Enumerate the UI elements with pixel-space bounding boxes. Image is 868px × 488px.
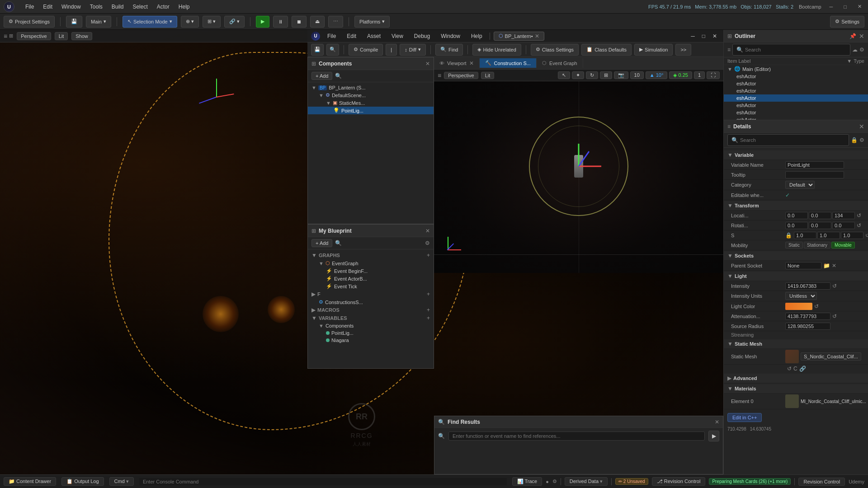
mybp-search-btn[interactable]: 🔍 bbox=[335, 240, 342, 246]
category-select[interactable]: Default bbox=[785, 181, 815, 189]
mybp-settings-btn[interactable]: ⚙ bbox=[425, 240, 430, 246]
inner-angle-val[interactable]: ▲ 10° bbox=[646, 71, 668, 79]
scale-y-input[interactable] bbox=[817, 232, 840, 239]
menu-edit[interactable]: Edit bbox=[39, 2, 56, 12]
reset-scale-icon[interactable]: ↺ bbox=[865, 232, 868, 239]
inner-units-val[interactable]: 1 bbox=[694, 71, 705, 79]
loc-z-input[interactable] bbox=[832, 212, 855, 219]
bp-save-btn[interactable]: 💾 bbox=[311, 44, 324, 56]
bp-close-btn[interactable]: ✕ bbox=[710, 33, 720, 39]
mybp-var-components[interactable]: ▼ Components bbox=[308, 322, 434, 329]
section-variable-header[interactable]: ▼ Variable bbox=[724, 150, 868, 160]
socket-browse-icon[interactable]: 📁 bbox=[823, 263, 830, 269]
var-name-input[interactable] bbox=[785, 161, 844, 169]
mybp-event-begin[interactable]: ⚡ Event BeginF... bbox=[308, 267, 434, 275]
platforms-btn[interactable]: Platforms ▾ bbox=[354, 16, 390, 28]
transform-btn[interactable]: ⊕ ▾ bbox=[181, 16, 199, 28]
editable-checkbox[interactable]: ✓ bbox=[785, 192, 790, 198]
rot-y-input[interactable] bbox=[809, 222, 831, 229]
derived-data-btn[interactable]: Derived Data ▾ bbox=[565, 477, 608, 486]
revision-control-btn[interactable]: ⎇ Revision Control bbox=[652, 477, 706, 486]
outliner-search-input[interactable] bbox=[745, 47, 846, 52]
inner-grid-val[interactable]: 10 bbox=[630, 71, 644, 79]
inner-lit-btn[interactable]: Lit bbox=[481, 72, 495, 79]
lock-scale-icon[interactable]: 🔒 bbox=[785, 232, 792, 239]
macros-add-icon[interactable]: + bbox=[427, 307, 430, 313]
mybp-graphs-section[interactable]: ▼ GRAPHS + bbox=[308, 251, 434, 259]
selection-mode-btn[interactable]: ↖ Selection Mode ▾ bbox=[123, 16, 177, 28]
outliner-search[interactable]: 🔍 bbox=[732, 44, 850, 56]
tab-construction-s[interactable]: 🔨 Construction S... bbox=[480, 58, 537, 68]
reset-rotation-icon[interactable]: ↺ bbox=[857, 222, 861, 229]
inner-camera-icon[interactable]: 📷 bbox=[614, 71, 628, 79]
settings-right-btn[interactable]: ⚙ Settings bbox=[830, 16, 864, 28]
mat-name[interactable]: MI_Nordic_Coastal_Cliff_ulmic... bbox=[801, 399, 866, 404]
sm-clear-btn[interactable]: 🔗 bbox=[799, 366, 806, 372]
scale-x-input[interactable] bbox=[794, 232, 816, 239]
bp-diff-btn[interactable]: ↕ Diff ▾ bbox=[400, 44, 426, 56]
comp-item-mesh[interactable]: ▼ ▣ StaticMes... bbox=[308, 99, 434, 107]
trace-btn[interactable]: 📊 Trace bbox=[512, 477, 542, 486]
menu-build[interactable]: Build bbox=[108, 2, 127, 12]
comp-item-scene[interactable]: ▼ ⚙ DefaultScene... bbox=[308, 91, 434, 99]
section-static-mesh-header[interactable]: ▼ Static Mesh bbox=[724, 339, 868, 349]
menu-help[interactable]: Help bbox=[175, 2, 193, 12]
parent-socket-input[interactable] bbox=[785, 262, 821, 269]
light-color-swatch[interactable] bbox=[785, 303, 812, 310]
unsaved-badge[interactable]: ✏ 2 Unsaved bbox=[615, 478, 648, 485]
comp-item-bp[interactable]: ▼ BP BP_Lantern (S... bbox=[308, 84, 434, 91]
eject-btn[interactable]: ⏏ bbox=[310, 16, 325, 28]
mybp-macros-section[interactable]: ▶ MACROS + bbox=[308, 306, 434, 314]
reset-location-icon[interactable]: ↺ bbox=[857, 212, 861, 219]
mybp-var-pointlight[interactable]: PointLig... bbox=[308, 329, 434, 337]
show-btn[interactable]: Show bbox=[71, 32, 92, 40]
loc-y-input[interactable] bbox=[809, 212, 831, 219]
comp-item-light[interactable]: 💡 PointLig... bbox=[308, 107, 434, 114]
bp-minimize[interactable]: ─ bbox=[688, 33, 698, 39]
section-light-header[interactable]: ▼ Light bbox=[724, 272, 868, 281]
functions-add-icon[interactable]: + bbox=[427, 291, 430, 297]
outliner-item-1[interactable]: eshActor bbox=[724, 73, 868, 80]
sm-name-dropdown[interactable]: S_Nordic_Coastal_Clif... bbox=[801, 352, 861, 361]
bp-close-icon[interactable]: ✕ bbox=[535, 33, 539, 39]
save-btn[interactable]: 💾 bbox=[66, 16, 82, 28]
cloud-icon[interactable]: ☁ bbox=[852, 47, 858, 53]
outliner-item-5[interactable]: eshActor bbox=[724, 102, 868, 109]
console-input[interactable] bbox=[139, 478, 507, 485]
stop-btn[interactable]: ⏹ bbox=[292, 16, 307, 28]
section-sockets-header[interactable]: ▼ Sockets bbox=[724, 251, 868, 261]
mybp-close-btn[interactable]: ✕ bbox=[425, 228, 430, 234]
inner-scale-icon[interactable]: ⊞ bbox=[600, 71, 612, 79]
tab-event-graph[interactable]: ⬡ Event Graph bbox=[537, 58, 583, 68]
section-transform-header[interactable]: ▼ Transform bbox=[724, 201, 868, 211]
main-menu-btn[interactable]: Main ▾ bbox=[86, 16, 111, 28]
gear-icon[interactable]: ⚙ bbox=[859, 137, 864, 143]
maximize-btn[interactable]: □ bbox=[841, 4, 849, 9]
comp-add-btn[interactable]: + Add bbox=[311, 72, 332, 80]
bp-class-settings-btn[interactable]: ⚙ Class Settings bbox=[531, 44, 579, 56]
loc-x-input[interactable] bbox=[785, 212, 808, 219]
trace-settings-icon[interactable]: ⚙ bbox=[552, 479, 557, 484]
trace-dot-icon[interactable]: ● bbox=[546, 479, 549, 484]
bp-browse-btn[interactable]: 🔍 bbox=[326, 44, 339, 56]
pause-btn[interactable]: ⏸ bbox=[273, 16, 288, 28]
edit-cpp-btn[interactable]: Edit in C++ bbox=[727, 413, 762, 422]
bp-menu-debug[interactable]: Debug bbox=[410, 31, 434, 41]
bp-menu-asset[interactable]: Asset bbox=[363, 31, 384, 41]
bp-menu-file[interactable]: File bbox=[324, 31, 340, 41]
bp-hide-unrelated-btn[interactable]: ◈ Hide Unrelated bbox=[472, 44, 521, 56]
section-materials-header[interactable]: ▼ Materials bbox=[724, 384, 868, 394]
snap-btn[interactable]: 🔗 ▾ bbox=[224, 16, 245, 28]
tooltip-input[interactable] bbox=[785, 171, 844, 178]
bp-more-btn[interactable]: >> bbox=[675, 44, 691, 56]
reset-attenuation-icon[interactable]: ↺ bbox=[832, 313, 837, 319]
mybp-event-actorb[interactable]: ⚡ Event ActorB... bbox=[308, 275, 434, 282]
bp-simulation-btn[interactable]: ▶ Simulation bbox=[634, 44, 673, 56]
inner-move-icon[interactable]: ✦ bbox=[572, 71, 584, 79]
outliner-item-main[interactable]: ▼ 🌐 Main (Editor) bbox=[724, 65, 868, 73]
stationary-btn[interactable]: Stationary bbox=[804, 242, 830, 249]
find-search-btn[interactable]: ▶ bbox=[708, 431, 719, 441]
menu-actor[interactable]: Actor bbox=[153, 2, 173, 12]
outliner-item-3[interactable]: eshActor bbox=[724, 87, 868, 94]
grid-btn[interactable]: ⊞ ▾ bbox=[203, 16, 221, 28]
